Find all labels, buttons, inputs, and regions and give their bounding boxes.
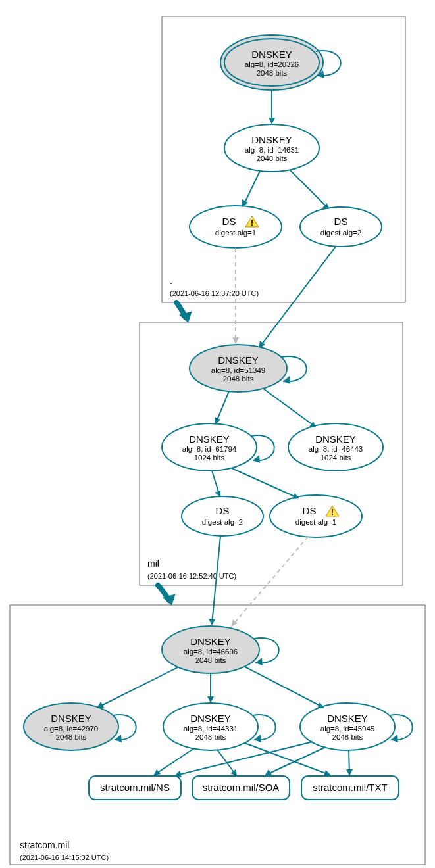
node-str-44331-title: DNSKEY [190, 713, 231, 724]
svg-marker-7 [269, 118, 275, 124]
node-mil-dnskey-46443: DNSKEY alg=8, id=46443 1024 bits [288, 423, 383, 471]
node-mil-ds2-digest: digest alg=2 [202, 518, 243, 526]
node-str-46696-title: DNSKEY [190, 636, 231, 647]
node-mil-ds1-title: DS [303, 505, 317, 516]
node-mil-dnskey-61794: DNSKEY alg=8, id=61794 1024 bits [162, 423, 257, 471]
edge-mil-ds1-to-str-46696 [232, 537, 308, 625]
svg-point-19 [270, 495, 362, 537]
node-mil-61794-alg: alg=8, id=61794 [182, 445, 237, 453]
node-root-ds2: DS digest alg=2 [300, 207, 382, 247]
node-root-dnskey-14631-title: DNSKEY [251, 134, 292, 145]
zone-mil-timestamp: (2021-06-16 12:52:40 UTC) [147, 572, 236, 580]
node-str-42970-bits: 2048 bits [56, 733, 87, 741]
node-root-ds2-title: DS [334, 216, 348, 227]
node-root-dnskey-20326-title: DNSKEY [251, 49, 292, 60]
node-root-ds2-digest: digest alg=2 [320, 229, 361, 237]
node-mil-ds1-digest: digest alg=1 [295, 518, 336, 526]
rr-ns-text: stratcom.mil/NS [100, 782, 170, 793]
node-root-ds1-digest: digest alg=1 [215, 229, 256, 237]
rr-txt-text: stratcom.mil/TXT [313, 782, 387, 793]
zone-root-timestamp: (2021-06-16 12:37:20 UTC) [170, 289, 259, 297]
node-mil-51349-alg: alg=8, id=51349 [211, 366, 266, 374]
node-str-dnskey-44331: DNSKEY alg=8, id=44331 2048 bits [163, 703, 258, 750]
svg-marker-11 [232, 337, 239, 344]
zone-mil-label: mil [147, 558, 159, 569]
svg-marker-26 [209, 619, 215, 625]
node-str-46696-alg: alg=8, id=46696 [184, 648, 238, 656]
edge-root-14631-to-ds1 [243, 171, 260, 205]
svg-marker-37 [207, 696, 214, 703]
node-str-45945-title: DNSKEY [327, 713, 368, 724]
node-str-42970-alg: alg=8, id=42970 [44, 725, 99, 733]
zone-stratcom-label: stratcom.mil [20, 840, 69, 850]
edge-mil-51349-to-46443 [263, 389, 315, 426]
edge-mil-61794-to-ds1 [232, 468, 297, 498]
node-mil-51349-title: DNSKEY [218, 354, 259, 366]
edge-root-14631-to-ds2 [290, 170, 328, 208]
edge-root-ds2-to-mil-51349 [260, 247, 336, 347]
svg-point-6 [300, 207, 382, 247]
zone-root-label: . [170, 276, 172, 286]
edge-str-46696-to-45945 [245, 667, 322, 707]
edge-str-46696-to-42970 [99, 667, 178, 707]
node-mil-ds1: DS ! digest alg=1 [270, 495, 362, 537]
node-root-dnskey-14631-alg: alg=8, id=14631 [245, 146, 299, 154]
node-mil-46443-bits: 1024 bits [320, 454, 351, 462]
node-mil-dnskey-51349: DNSKEY alg=8, id=51349 2048 bits [190, 345, 287, 392]
svg-text:!: ! [251, 218, 253, 228]
node-mil-51349-bits: 2048 bits [223, 375, 254, 383]
node-root-ds1-title: DS [222, 216, 236, 227]
svg-marker-41 [324, 770, 331, 776]
node-mil-61794-title: DNSKEY [189, 433, 230, 445]
svg-text:!: ! [331, 508, 334, 517]
svg-marker-39 [153, 769, 161, 776]
node-root-dnskey-20326: DNSKEY alg=8, id=20326 2048 bits [220, 35, 323, 90]
node-str-44331-alg: alg=8, id=44331 [184, 725, 238, 733]
node-mil-ds2: DS digest alg=2 [182, 496, 263, 536]
node-mil-46443-alg: alg=8, id=46443 [309, 445, 363, 453]
node-root-dnskey-14631-bits: 2048 bits [257, 155, 288, 162]
zone-stratcom-timestamp: (2021-06-16 14:15:32 UTC) [20, 854, 109, 861]
node-str-dnskey-45945: DNSKEY alg=8, id=45945 2048 bits [300, 703, 395, 750]
node-str-44331-bits: 2048 bits [195, 733, 226, 741]
rr-soa-text: stratcom.mil/SOA [203, 782, 280, 793]
node-root-dnskey-20326-alg: alg=8, id=20326 [245, 60, 299, 68]
node-root-dnskey-20326-bits: 2048 bits [257, 69, 288, 77]
svg-point-4 [190, 206, 282, 248]
node-str-dnskey-46696: DNSKEY alg=8, id=46696 2048 bits [162, 626, 259, 673]
svg-marker-40 [230, 769, 237, 776]
node-str-45945-alg: alg=8, id=45945 [320, 725, 375, 733]
node-str-45945-bits: 2048 bits [332, 733, 363, 741]
node-mil-ds2-title: DS [216, 505, 230, 516]
node-root-dnskey-14631: DNSKEY alg=8, id=14631 2048 bits [224, 124, 319, 172]
svg-marker-44 [346, 769, 353, 776]
edge-44331-to-ns [155, 748, 194, 775]
node-root-ds1: DS ! digest alg=1 [190, 206, 282, 248]
node-str-42970-title: DNSKEY [51, 713, 91, 724]
node-str-46696-bits: 2048 bits [195, 656, 226, 664]
edge-mil-51349-to-61794 [216, 391, 229, 423]
node-mil-61794-bits: 1024 bits [194, 454, 225, 462]
node-str-dnskey-42970: DNSKEY alg=8, id=42970 2048 bits [24, 703, 118, 750]
node-mil-46443-title: DNSKEY [315, 433, 356, 445]
edge-44331-to-soa [217, 750, 236, 775]
svg-point-18 [182, 496, 263, 536]
